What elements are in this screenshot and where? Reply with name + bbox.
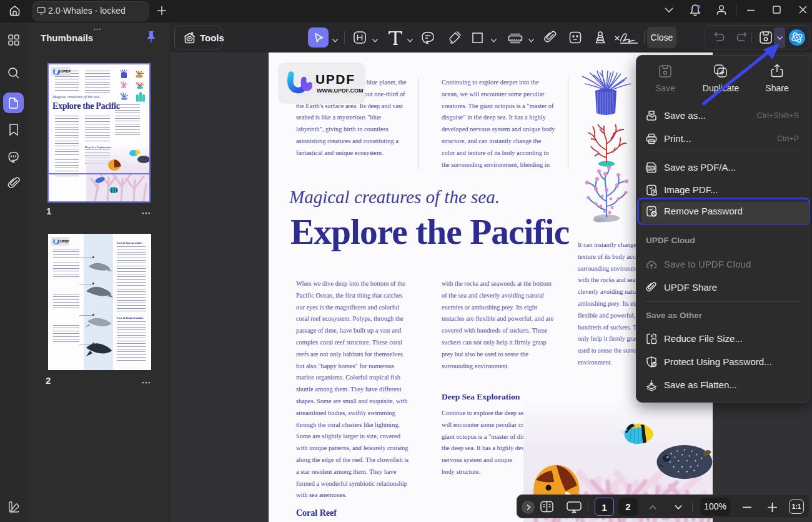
svg-text:UPDF: UPDF xyxy=(61,69,71,73)
svg-text:PDF/A: PDF/A xyxy=(647,167,656,170)
svg-text:UPDF: UPDF xyxy=(60,239,69,243)
